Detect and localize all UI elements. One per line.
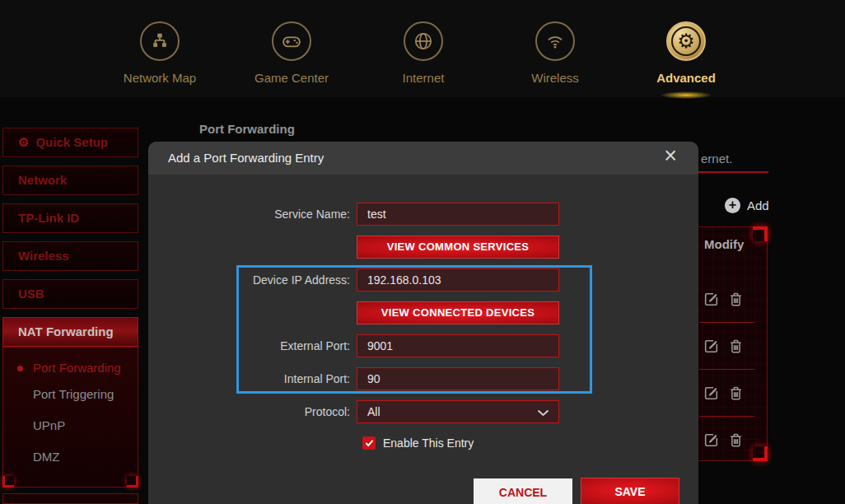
- active-tab-glow: [661, 91, 712, 99]
- submenu-item-label: Port Forwarding: [33, 361, 121, 375]
- nav-game-center[interactable]: Game Center: [234, 21, 349, 85]
- device-ip-input[interactable]: [357, 268, 559, 292]
- submenu-corner-accent: [127, 476, 138, 488]
- nav-label: Game Center: [234, 71, 349, 85]
- submenu-item-label: DMZ: [33, 450, 60, 464]
- trash-icon[interactable]: [727, 432, 745, 449]
- router-admin-screen: Network Map Game Center I: [0, 0, 845, 504]
- red-divider-line: [698, 171, 768, 173]
- gear-icon: ⚙: [18, 135, 29, 149]
- submenu-corner-accent: [2, 476, 14, 488]
- sidebar-item-label: Wireless: [18, 249, 69, 263]
- check-icon: [365, 439, 374, 447]
- sidebar-item-label: Quick Setup: [35, 135, 108, 149]
- nav-advanced[interactable]: ⚙ Advanced: [628, 21, 744, 85]
- table-row: [703, 432, 745, 449]
- external-port-label: External Port:: [165, 334, 350, 357]
- edit-icon[interactable]: [703, 385, 720, 402]
- wifi-icon: [535, 21, 575, 61]
- protocol-select[interactable]: All: [357, 400, 559, 423]
- view-connected-devices-button[interactable]: VIEW CONNECTED DEVICES: [357, 301, 559, 324]
- nav-label: Wireless: [497, 71, 613, 85]
- save-button[interactable]: SAVE: [581, 478, 679, 504]
- table-row-divider: [699, 416, 754, 417]
- enable-entry-label: Enable This Entry: [383, 436, 474, 450]
- sidebar-item-tplink-id[interactable]: TP-Link ID: [2, 203, 138, 233]
- trash-icon[interactable]: [727, 338, 745, 355]
- sidebar-item-wireless[interactable]: Wireless: [2, 241, 138, 271]
- network-map-icon: [140, 21, 180, 61]
- nav-label: Network Map: [102, 71, 217, 85]
- service-name-input[interactable]: [357, 203, 559, 226]
- globe-icon: [404, 21, 443, 61]
- device-ip-label: Device IP Address:: [165, 268, 350, 292]
- add-label: Add: [747, 198, 769, 212]
- service-name-label: Service Name:: [165, 203, 350, 226]
- nav-label: Internet: [366, 71, 481, 85]
- gamepad-icon: [272, 21, 311, 61]
- close-icon[interactable]: ×: [664, 143, 677, 169]
- sidebar-item-usb[interactable]: USB: [2, 279, 138, 309]
- internal-port-input[interactable]: [357, 367, 559, 390]
- gear-glyph: ⚙: [677, 31, 695, 51]
- nav-network-map[interactable]: Network Map: [102, 21, 217, 85]
- sidebar-item-partial: [2, 493, 138, 504]
- sidebar-item-nat-forwarding[interactable]: NAT Forwarding: [2, 317, 138, 347]
- table-row: [703, 338, 745, 355]
- view-common-services-button[interactable]: VIEW COMMON SERVICES: [357, 236, 559, 259]
- nav-label: Advanced: [628, 71, 744, 85]
- trash-icon[interactable]: [727, 291, 745, 308]
- partial-description-text: ernet.: [701, 152, 732, 166]
- submenu-item-port-triggering[interactable]: Port Triggering: [3, 379, 138, 410]
- modal-title: Add a Port Forwarding Entry: [168, 142, 324, 175]
- protocol-selected-value: All: [367, 405, 380, 418]
- submenu-item-upnp[interactable]: UPnP: [3, 410, 138, 441]
- nat-forwarding-submenu: Port Forwarding Port Triggering UPnP DMZ: [2, 347, 138, 488]
- sidebar-item-network[interactable]: Network: [2, 166, 138, 195]
- enable-entry-checkbox[interactable]: [362, 436, 376, 450]
- modal-header: Add a Port Forwarding Entry ×: [148, 142, 698, 175]
- plus-icon: +: [725, 198, 740, 213]
- table-corner-accent: [753, 446, 768, 461]
- internal-port-label: Internal Port:: [165, 367, 350, 390]
- table-row: [703, 385, 745, 402]
- cancel-button[interactable]: CANCEL: [474, 478, 572, 504]
- sidebar-item-label: USB: [18, 287, 44, 301]
- edit-icon[interactable]: [703, 432, 720, 449]
- page-title: Port Forwarding: [199, 122, 295, 136]
- top-nav-bar: Network Map Game Center I: [0, 0, 845, 97]
- chevron-down-icon: [537, 409, 549, 417]
- nav-wireless[interactable]: Wireless: [497, 21, 613, 85]
- edit-icon[interactable]: [703, 291, 720, 308]
- protocol-label: Protocol:: [165, 400, 350, 423]
- add-entry-button[interactable]: + Add: [725, 198, 769, 213]
- table-row: [703, 291, 745, 308]
- nav-internet[interactable]: Internet: [366, 21, 481, 85]
- table-corner-accent: [753, 226, 768, 241]
- table-row-divider: [699, 369, 754, 370]
- submenu-item-label: UPnP: [33, 418, 65, 432]
- add-port-forwarding-modal: Add a Port Forwarding Entry × Service Na…: [148, 142, 698, 504]
- sidebar-item-quick-setup[interactable]: ⚙Quick Setup: [2, 128, 138, 157]
- active-bullet: [17, 366, 23, 371]
- submenu-item-dmz[interactable]: DMZ: [3, 441, 138, 473]
- gear-icon: ⚙: [666, 21, 706, 61]
- modify-column-header: Modify: [704, 237, 744, 251]
- trash-icon[interactable]: [727, 385, 745, 402]
- submenu-item-label: Port Triggering: [33, 387, 114, 401]
- sidebar-item-label: NAT Forwarding: [18, 324, 114, 338]
- edit-icon[interactable]: [703, 338, 720, 355]
- table-row-divider: [699, 322, 754, 323]
- sidebar-item-label: TP-Link ID: [18, 211, 79, 225]
- sidebar-item-label: Network: [18, 173, 67, 187]
- external-port-input[interactable]: [357, 334, 559, 357]
